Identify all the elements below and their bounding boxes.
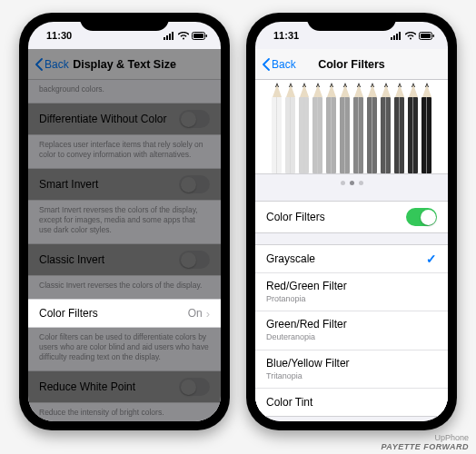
setting-row[interactable]: Differentiate Without Color xyxy=(28,104,221,134)
setting-group: Differentiate Without Color xyxy=(28,103,221,135)
dot[interactable] xyxy=(341,181,345,185)
settings-list[interactable]: background colors.Differentiate Without … xyxy=(28,80,221,421)
back-button[interactable]: Back xyxy=(32,49,73,79)
page-title: Display & Text Size xyxy=(73,58,176,71)
filter-option-row[interactable]: Green/Red FilterDeuteranopia xyxy=(255,311,448,350)
color-filters-content[interactable]: Color Filters Grayscale✓Red/Green Filter… xyxy=(255,80,448,421)
nav-header: Back Display & Text Size xyxy=(28,49,221,80)
pencil xyxy=(324,80,338,173)
pencil-body xyxy=(421,97,431,173)
back-label: Back xyxy=(272,58,296,71)
pencil-tip-icon xyxy=(354,84,363,97)
pencil-tip-icon xyxy=(341,84,350,97)
watermark: UpPhone PAYETTE FORWARD xyxy=(381,434,469,452)
filter-option-row[interactable]: Blue/Yellow FilterTritanopia xyxy=(255,350,448,389)
filter-option-row[interactable]: Grayscale✓ xyxy=(255,245,448,273)
pencil-tip-icon xyxy=(395,84,404,97)
screen-color-filters: 11:31 Back Color Filters xyxy=(255,22,448,421)
setting-label: Classic Invert xyxy=(39,253,172,266)
pencil-preview[interactable] xyxy=(255,80,448,174)
svg-rect-12 xyxy=(421,34,431,38)
phone-right: 11:31 Back Color Filters xyxy=(246,13,457,430)
pencil xyxy=(420,80,433,173)
status-indicators xyxy=(391,32,435,40)
pencil xyxy=(406,80,420,173)
pencil xyxy=(297,80,311,173)
pencil-tip-icon xyxy=(382,84,391,97)
pencil-tip-icon xyxy=(300,84,309,97)
page-dots[interactable] xyxy=(255,174,448,190)
pencil-body xyxy=(312,97,322,173)
color-filters-toggle[interactable] xyxy=(406,208,437,226)
setting-footer: Replaces user interface items that rely … xyxy=(28,135,221,168)
signal-icon xyxy=(164,32,175,40)
svg-rect-9 xyxy=(396,34,398,40)
svg-rect-10 xyxy=(399,32,401,40)
setting-row[interactable]: Smart Invert xyxy=(28,169,221,200)
pencil xyxy=(311,80,324,173)
setting-group: Color FiltersOn› xyxy=(28,299,221,328)
pencil-tip-icon xyxy=(422,84,431,97)
watermark-line2: PAYETTE FORWARD xyxy=(381,443,469,452)
filter-option-row[interactable]: Color Tint xyxy=(255,389,448,416)
setting-toggle[interactable] xyxy=(179,251,210,269)
svg-rect-8 xyxy=(393,35,395,40)
pencil-tip-icon xyxy=(327,84,336,97)
filter-option-label: Blue/Yellow Filter xyxy=(266,357,430,370)
svg-rect-5 xyxy=(193,34,203,38)
setting-row[interactable]: Reduce White Point xyxy=(28,371,221,402)
status-time: 11:31 xyxy=(273,30,299,41)
setting-toggle[interactable] xyxy=(179,175,210,193)
color-filters-row[interactable]: Color FiltersOn› xyxy=(28,300,221,327)
setting-footer: Classic Invert reverses the colors of th… xyxy=(28,276,221,299)
setting-group: Smart Invert xyxy=(28,168,221,201)
setting-group: Reduce White Point xyxy=(28,370,221,403)
battery-icon xyxy=(192,32,208,40)
pencil-body xyxy=(381,97,391,173)
status-indicators xyxy=(164,32,208,40)
pencil xyxy=(392,80,406,173)
setting-footer: Smart Invert reverses the colors of the … xyxy=(28,201,221,243)
pencil-body xyxy=(272,97,282,173)
toggle-label: Color Filters xyxy=(266,211,325,223)
wifi-icon xyxy=(178,32,189,40)
pencil-tip-icon xyxy=(286,84,295,97)
status-time: 11:30 xyxy=(46,30,72,41)
filter-option-row[interactable]: Red/Green FilterProtanopia xyxy=(255,273,448,311)
setting-value: On xyxy=(188,307,203,320)
pencil xyxy=(283,80,297,173)
color-filters-toggle-row[interactable]: Color Filters xyxy=(255,202,448,232)
filter-option-sublabel: Deuteranopia xyxy=(266,332,430,342)
notch xyxy=(80,13,169,31)
pencil xyxy=(365,80,379,173)
chevron-right-icon: › xyxy=(206,307,210,321)
pencil-body xyxy=(285,97,295,173)
dot-active[interactable] xyxy=(350,181,354,185)
pencil xyxy=(379,80,392,173)
filter-option-sublabel: Tritanopia xyxy=(266,371,430,381)
pencil xyxy=(270,80,283,173)
pencil-tip-icon xyxy=(368,84,377,97)
pencil-tip-icon xyxy=(273,84,282,97)
wifi-icon xyxy=(405,32,416,40)
setting-toggle[interactable] xyxy=(179,110,210,128)
dot[interactable] xyxy=(359,181,363,185)
setting-label: Differentiate Without Color xyxy=(39,113,172,125)
filter-option-label: Green/Red Filter xyxy=(266,318,430,331)
filter-option-label: Color Tint xyxy=(266,396,430,409)
svg-rect-7 xyxy=(391,37,392,40)
filter-option-label: Red/Green Filter xyxy=(266,280,430,292)
setting-toggle[interactable] xyxy=(179,378,210,396)
pencil-tip-icon xyxy=(409,84,418,97)
pencil-body xyxy=(326,97,336,173)
back-button[interactable]: Back xyxy=(259,49,300,79)
pencil-body xyxy=(408,97,418,173)
notch xyxy=(307,13,396,31)
svg-rect-0 xyxy=(164,37,165,40)
phone-left: 11:30 Back Display & Text Size backgroun… xyxy=(19,13,230,430)
setting-label: Reduce White Point xyxy=(39,380,172,393)
setting-group: Classic Invert xyxy=(28,243,221,276)
chevron-left-icon xyxy=(35,58,43,71)
setting-row[interactable]: Classic Invert xyxy=(28,244,221,275)
signal-icon xyxy=(391,32,402,40)
